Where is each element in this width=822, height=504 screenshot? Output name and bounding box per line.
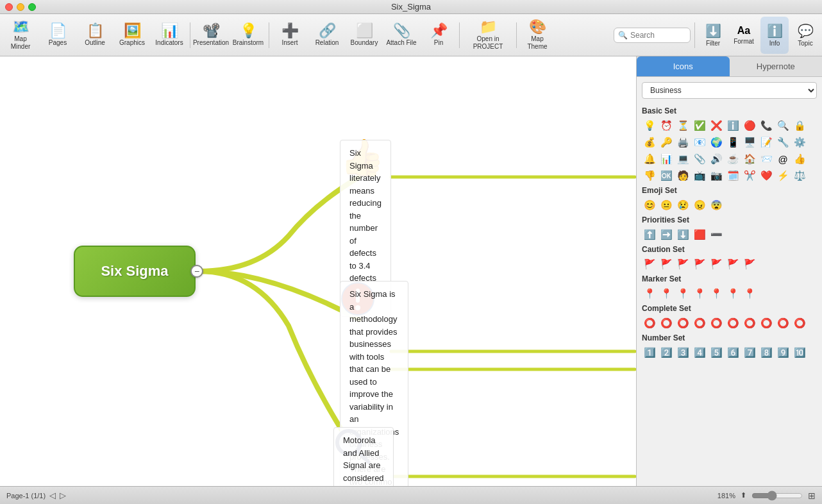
icon-flag-7[interactable]: 🚩 <box>742 256 757 272</box>
icon-warning[interactable]: 🔴 <box>742 118 757 133</box>
icon-num-5[interactable]: 5️⃣ <box>709 345 724 360</box>
icon-high[interactable]: 🟥 <box>692 227 707 242</box>
icon-circle-3[interactable]: ⭕ <box>675 315 691 331</box>
icon-pin-3[interactable]: 📍 <box>675 286 691 301</box>
tab-icons[interactable]: Icons <box>637 56 730 76</box>
panel-scroll[interactable]: Basic Set 💡 ⏰ ⏳ ✅ ❌ ℹ️ 🔴 📞 🔍 🔒 💰 🔑 🖨️ 📧 <box>637 104 822 486</box>
icon-scared[interactable]: 😨 <box>709 197 724 213</box>
icon-circle-10[interactable]: ⭕ <box>792 315 807 331</box>
icon-thumbup[interactable]: 👍 <box>792 151 807 167</box>
icon-circle-6[interactable]: ⭕ <box>725 315 741 331</box>
boundary-button[interactable]: ⬜ Boundary <box>346 17 382 54</box>
icon-mobile[interactable]: 📱 <box>725 135 741 150</box>
prev-page-button[interactable]: ◁ <box>49 491 56 500</box>
icon-circle-5[interactable]: ⭕ <box>709 315 724 331</box>
icon-calendar[interactable]: 🗓️ <box>725 168 741 183</box>
format-button[interactable]: Aa Format <box>730 17 758 54</box>
icon-at[interactable]: @ <box>775 151 791 167</box>
icon-down[interactable]: ⬇️ <box>675 227 691 242</box>
icon-flag-6[interactable]: 🚩 <box>725 256 741 272</box>
outline-button[interactable]: 📋 Outline <box>77 17 113 54</box>
icon-lock[interactable]: 🔒 <box>792 118 807 133</box>
icon-speaker[interactable]: 🔊 <box>709 151 724 167</box>
map-minder-button[interactable]: 🗺️ Map Minder <box>3 17 38 54</box>
icon-num-1[interactable]: 1️⃣ <box>642 345 657 360</box>
icon-email[interactable]: 📧 <box>692 135 707 150</box>
icon-num-3[interactable]: 3️⃣ <box>675 345 691 360</box>
icon-num-9[interactable]: 9️⃣ <box>775 345 791 360</box>
indicators-button[interactable]: 📊 Indicators <box>151 17 187 54</box>
search-input[interactable] <box>630 31 687 40</box>
info-button[interactable]: ℹ️ Info <box>760 17 789 54</box>
icon-bell[interactable]: 🔔 <box>642 151 657 167</box>
icon-flag-4[interactable]: 🚩 <box>692 256 707 272</box>
icon-lightning[interactable]: ⚡ <box>775 168 791 183</box>
icon-printer[interactable]: 🖨️ <box>675 135 691 150</box>
icon-circle-7[interactable]: ⭕ <box>742 315 757 331</box>
tab-hypernote[interactable]: Hypernote <box>730 56 823 76</box>
icon-key[interactable]: 🔑 <box>658 135 674 150</box>
icon-angry[interactable]: 😠 <box>692 197 707 213</box>
icon-pin-6[interactable]: 📍 <box>725 286 741 301</box>
icon-wrench[interactable]: 🔧 <box>775 135 791 150</box>
icon-heart[interactable]: ❤️ <box>759 168 774 183</box>
attach-file-button[interactable]: 📎 Attach File <box>383 17 419 54</box>
icon-gear[interactable]: ⚙️ <box>792 135 807 150</box>
collapse-button[interactable]: − <box>190 265 203 278</box>
icon-circle-2[interactable]: ⭕ <box>658 315 674 331</box>
zoom-slider[interactable] <box>751 491 803 501</box>
icon-num-7[interactable]: 7️⃣ <box>742 345 757 360</box>
icon-num-10[interactable]: 🔟 <box>792 345 807 360</box>
pin-button[interactable]: 📌 Pin <box>421 17 457 54</box>
map-theme-button[interactable]: 🎨 Map Theme <box>519 17 555 54</box>
icon-clock[interactable]: ⏰ <box>658 118 674 133</box>
icon-right[interactable]: ➡️ <box>658 227 674 242</box>
icon-person[interactable]: 🧑 <box>675 168 691 183</box>
icon-num-2[interactable]: 2️⃣ <box>658 345 674 360</box>
icon-info[interactable]: ℹ️ <box>725 118 741 133</box>
icon-thumbdown[interactable]: 👎 <box>642 168 657 183</box>
icon-flag-1[interactable]: 🚩 <box>642 256 657 272</box>
icon-laptop[interactable]: 💻 <box>675 151 691 167</box>
icon-inbox[interactable]: 📨 <box>759 151 774 167</box>
open-in-project-button[interactable]: 📁 Open in PROJECT <box>462 17 514 54</box>
icon-doc[interactable]: 📝 <box>759 135 774 150</box>
icon-search[interactable]: 🔍 <box>775 118 791 133</box>
pages-button[interactable]: 📄 Pages <box>40 17 76 54</box>
icon-num-8[interactable]: 8️⃣ <box>759 345 774 360</box>
icon-circle-4[interactable]: ⭕ <box>692 315 707 331</box>
next-page-button[interactable]: ▷ <box>60 491 66 500</box>
filter-button[interactable]: ⬇️ Filter <box>699 17 727 54</box>
icon-camera[interactable]: 📷 <box>709 168 724 183</box>
topic-button[interactable]: 💬 Topic <box>791 17 819 54</box>
search-box[interactable]: 🔍 <box>614 28 691 43</box>
maximize-button[interactable] <box>28 3 36 11</box>
icon-circle-8[interactable]: ⭕ <box>759 315 774 331</box>
icon-flag-2[interactable]: 🚩 <box>658 256 674 272</box>
central-node[interactable]: Six Sigma − <box>74 246 196 297</box>
relation-button[interactable]: 🔗 Relation <box>309 17 345 54</box>
icon-phone[interactable]: 📞 <box>759 118 774 133</box>
insert-button[interactable]: ➕ Insert <box>272 17 308 54</box>
icon-scales[interactable]: ⚖️ <box>792 168 807 183</box>
icon-globe[interactable]: 🌍 <box>709 135 724 150</box>
icon-flag-5[interactable]: 🚩 <box>709 256 724 272</box>
icon-computer[interactable]: 🖥️ <box>742 135 757 150</box>
icon-flag-3[interactable]: 🚩 <box>675 256 691 272</box>
icon-scissors[interactable]: ✂️ <box>742 168 757 183</box>
icon-num-6[interactable]: 6️⃣ <box>725 345 741 360</box>
icon-neutral[interactable]: 😐 <box>658 197 674 213</box>
category-select[interactable]: Business Nature People Objects Technolog… <box>642 82 817 99</box>
icon-home[interactable]: 🏠 <box>742 151 757 167</box>
icon-bulb[interactable]: 💡 <box>642 118 657 133</box>
icon-minus[interactable]: ➖ <box>709 227 724 242</box>
icon-money[interactable]: 💰 <box>642 135 657 150</box>
brainstorm-button[interactable]: 💡 Brainstorm <box>230 17 266 54</box>
presentation-button[interactable]: 📽️ Presentation <box>193 17 229 54</box>
icon-hourglass[interactable]: ⏳ <box>675 118 691 133</box>
minimize-button[interactable] <box>17 3 24 11</box>
icon-tv[interactable]: 📺 <box>692 168 707 183</box>
icon-chart[interactable]: 📊 <box>658 151 674 167</box>
icon-num-4[interactable]: 4️⃣ <box>692 345 707 360</box>
icon-sad[interactable]: 😢 <box>675 197 691 213</box>
